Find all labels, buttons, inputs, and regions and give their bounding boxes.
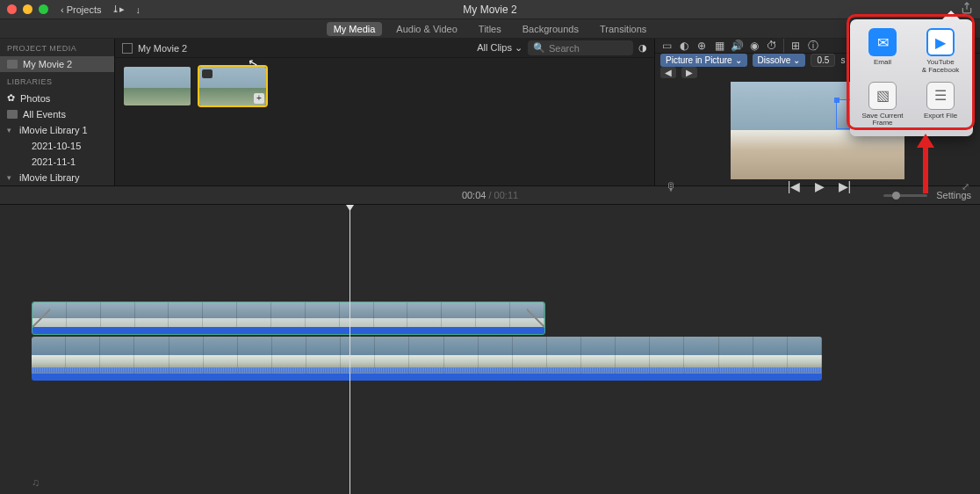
media-browser: My Movie 2 All Clips ⌄ 🔍 Search ◑ + [115,39,655,185]
search-input[interactable]: 🔍 Search [528,40,633,55]
voiceover-icon[interactable]: 🎙 [666,180,677,193]
clip-thumbnail-selected[interactable]: + [199,67,266,105]
sidebar-heading-project: PROJECT MEDIA [0,39,114,56]
clapperboard-icon [7,60,18,69]
share-frame-label: Save Current Frame [855,113,910,128]
timeline[interactable]: ♫ [0,205,980,494]
sidebar-event1-label: 2021-10-15 [32,141,81,151]
close-window-button[interactable] [7,4,17,14]
email-icon: ✉ [868,28,897,56]
sidebar-photos-label: Photos [20,93,50,104]
color-balance-icon[interactable]: ▭ [660,40,673,52]
minimize-window-button[interactable] [23,4,32,14]
audio-waveform [32,327,544,334]
zoom-window-button[interactable] [39,4,48,14]
color-correction-icon[interactable]: ◐ [678,40,690,52]
share-popover: ✉ Email ▶ YouTube & Facebook ▧ Save Curr… [850,19,973,136]
effect-dropdown[interactable]: Picture in Picture ⌄ [660,54,747,67]
sidebar-item-project[interactable]: My Movie 2 [0,56,114,72]
duration-unit: s [840,55,845,65]
share-yt-label: YouTube & Facebook [922,59,960,75]
clip-filter-icon[interactable]: ⊞ [789,40,802,52]
sidebar-item-library-1[interactable]: ▾ iMovie Library 1 [0,122,114,138]
window-controls [7,4,48,14]
nav-prev-icon[interactable]: ◀ [660,67,676,78]
sidebar-project-label: My Movie 2 [23,59,72,69]
back-label: Projects [67,4,102,15]
save-current-frame-button[interactable]: ▧ Save Current Frame [855,82,910,128]
clip-grid: + [115,58,654,185]
share-email-button[interactable]: ✉ Email [855,28,910,75]
current-time: 00:04 [462,190,486,200]
stabilize-icon[interactable]: ▦ [713,40,725,52]
export-file-button[interactable]: ☰ Export File [913,82,968,128]
play-button[interactable]: ▶ [815,179,825,193]
events-icon [7,110,18,119]
audio-waveform [32,367,822,373]
overlay-track [32,301,980,335]
filter-dropdown[interactable]: All Clips ⌄ [477,42,522,54]
sidebar-item-photos[interactable]: ✿ Photos [0,90,114,106]
tab-transitions[interactable]: Transitions [593,22,653,36]
settings-button[interactable]: Settings [936,190,971,200]
pip-clip[interactable] [32,301,545,335]
sidebar-item-library-2[interactable]: ▾ iMovie Library [0,170,114,185]
transition-dropdown[interactable]: Dissolve ⌄ [753,54,806,67]
playhead[interactable] [349,205,350,494]
timeline-timecode: 00:04 / 00:11 [462,190,518,200]
film-icon: ☰ [926,82,955,110]
tab-backgrounds[interactable]: Backgrounds [515,22,586,36]
sidebar-allevents-label: All Events [23,109,66,120]
nav-next-icon[interactable]: ▶ [681,67,697,78]
share-button[interactable] [961,2,973,17]
tab-my-media[interactable]: My Media [327,22,383,36]
zoom-slider[interactable] [883,194,927,197]
duration-field[interactable] [811,54,835,67]
sidebar-item-event-1[interactable]: 2021-10-15 [0,138,114,154]
back-to-projects-button[interactable]: ‹ Projects [61,4,101,15]
prev-frame-button[interactable]: |◀ [788,179,801,193]
music-well-icon[interactable]: ♫ [32,476,40,489]
media-browser-header: My Movie 2 All Clips ⌄ 🔍 Search ◑ [115,39,654,58]
library-sidebar: PROJECT MEDIA My Movie 2 LIBRARIES ✿ Pho… [0,39,115,185]
clip-thumbnail[interactable] [124,67,191,105]
sidebar-lib1-label: iMovie Library 1 [19,125,88,135]
youtube-icon: ▶ [926,28,955,56]
noise-reduction-icon[interactable]: ◉ [748,40,760,52]
share-email-label: Email [874,59,891,67]
search-icon: 🔍 [533,42,545,54]
tab-audio-video[interactable]: Audio & Video [389,22,465,36]
disclosure-icon[interactable]: ▾ [7,173,14,182]
content-tabs: My Media Audio & Video Titles Background… [0,19,980,39]
camera-icon [202,69,213,78]
window-title: My Movie 2 [463,4,516,16]
volume-icon[interactable]: 🔊 [731,40,743,52]
primary-clip[interactable] [32,337,822,381]
search-placeholder: Search [549,43,580,54]
add-to-timeline-icon[interactable]: + [254,93,264,104]
total-duration: 00:11 [494,190,519,200]
next-frame-button[interactable]: ▶| [839,179,852,193]
import-media-button[interactable]: ⤓▸ [112,4,125,15]
sidebar-lib2-label: iMovie Library [19,172,79,183]
share-export-label: Export File [924,113,957,120]
info-icon[interactable]: ⓘ [807,40,819,52]
sidebar-heading-libraries: LIBRARIES [0,72,114,90]
titlebar: ‹ Projects ⤓▸ ↓ My Movie 2 [0,0,980,19]
download-button[interactable]: ↓ [135,4,141,15]
share-youtube-facebook-button[interactable]: ▶ YouTube & Facebook [913,28,968,75]
media-browser-title: My Movie 2 [138,43,187,54]
filter-settings-icon[interactable]: ◑ [638,42,647,54]
primary-track [32,337,980,381]
image-icon: ▧ [868,82,897,110]
sidebar-item-all-events[interactable]: All Events [0,106,114,122]
sidebar-item-event-2[interactable]: 2021-11-1 [0,154,114,170]
tab-titles[interactable]: Titles [472,22,508,36]
sidebar-event2-label: 2021-11-1 [32,156,76,167]
grid-view-icon[interactable] [122,43,133,54]
crop-icon[interactable]: ⊕ [695,40,708,52]
photos-icon: ✿ [7,92,15,104]
disclosure-icon[interactable]: ▾ [7,126,14,134]
speed-icon[interactable]: ⏱ [766,40,778,52]
